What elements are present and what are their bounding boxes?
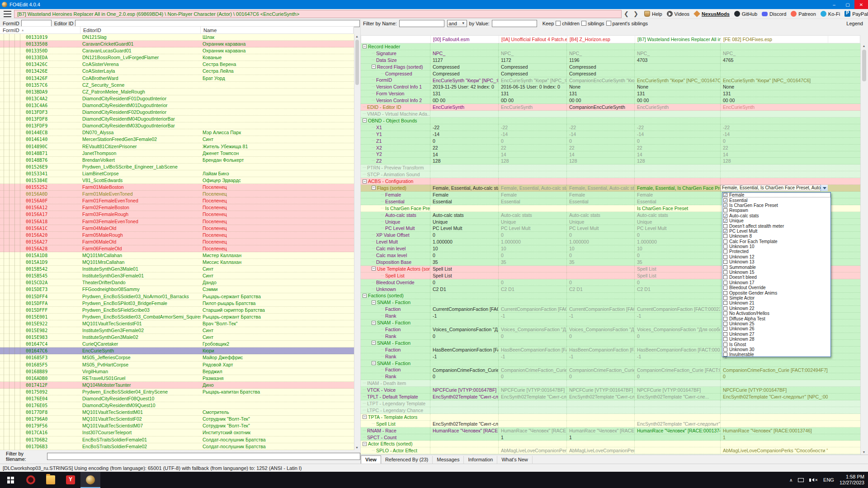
toolbar-link-videos[interactable]: Videos — [667, 11, 689, 17]
record-row[interactable]: ···SignatureNPC_NPC_NPC_NPC_NPC_ — [361, 50, 860, 57]
checkbox-icon[interactable] — [723, 327, 727, 331]
checkbox-icon[interactable]: ✓ — [723, 219, 727, 223]
tab-information[interactable]: Information — [464, 456, 497, 464]
record-row[interactable]: ···STCP - Animation Sound — [361, 171, 860, 178]
table-row[interactable]: 001357C6CZ_Security_Scene — [0, 82, 354, 89]
minimize-button[interactable]: – — [827, 0, 841, 9]
record-row[interactable]: ···Z2128128128128128 — [361, 158, 860, 164]
dropdown-button-icon[interactable] — [821, 185, 828, 191]
record-row[interactable]: ···Y21414141414 — [361, 151, 860, 158]
record-row[interactable]: ···TPLT - Default TemplateEncSynth02Temp… — [361, 394, 860, 400]
left-scrollbar[interactable]: ▲▼ — [354, 34, 359, 450]
checkbox-icon[interactable] — [723, 275, 727, 279]
back-icon[interactable]: ❮ — [622, 10, 631, 17]
toolbar-link-github[interactable]: GitHub — [734, 11, 757, 17]
record-row[interactable]: −Actor Effects (sorted) — [361, 441, 860, 447]
table-row[interactable]: 00133EDADN121BossRoom_LvlForgedFlamerКов… — [0, 54, 354, 61]
record-row[interactable]: ···VTCK - VoiceNPCFCurie [VTYP:001647BF]… — [361, 387, 860, 394]
language-indicator[interactable]: ENG — [823, 477, 834, 483]
checkbox-icon[interactable] — [723, 337, 727, 341]
toolbar-link-ko-fi[interactable]: Ko-Fi — [821, 11, 840, 17]
toolbar-link-help[interactable]: Help — [644, 11, 662, 17]
checkbox-icon[interactable] — [723, 322, 727, 326]
checkbox-icon[interactable] — [723, 260, 727, 264]
checkbox-icon[interactable] — [723, 347, 727, 352]
record-row[interactable]: ···Form Version131131131131131 — [361, 90, 860, 97]
breadcrumb[interactable]: [B7] Wasteland Heroines Replacer All in … — [14, 10, 622, 18]
table-row[interactable]: 001796A0MQ101VaultTecScientistF02Сотрудн… — [0, 416, 354, 422]
record-row[interactable]: ···LTPT - Legendary Template — [361, 400, 860, 407]
dropdown-item[interactable]: Unknown 25 — [722, 321, 830, 326]
record-row[interactable]: ···RNAM - RaceHumanRace "Человек" [RACE:… — [361, 427, 860, 434]
dropdown-item[interactable]: Calc For Each Template — [722, 239, 830, 244]
collapse-icon[interactable]: − — [372, 65, 376, 69]
table-row[interactable]: 0013BDA9CZ_PatronMelee_MaleRough — [0, 89, 354, 95]
table-row[interactable]: 00156A17Farm03FemaleRoughПоселенец — [0, 211, 354, 218]
tab-what-s-new[interactable]: What's New — [497, 456, 532, 464]
record-row[interactable]: ···EDID - Editor IDEncCurieSynthEncCurie… — [361, 104, 860, 111]
dropdown-item[interactable]: Unknown 12 — [722, 254, 830, 259]
collapse-icon[interactable]: − — [372, 300, 376, 305]
table-row[interactable]: 00144ECBDN070_AlyssaМэр Алисса Парк — [0, 129, 354, 136]
record-row[interactable]: ···SPLO - Actor EffectAbMagLiveLoveCompa… — [361, 447, 860, 454]
display-icon[interactable] — [798, 478, 804, 482]
table-row[interactable]: 0015E922MQ101VaultTecScientistF01Врач "В… — [0, 320, 354, 327]
table-row[interactable]: 0015DFFFPrydwen_EncBoSFieldScribe03Старш… — [0, 307, 354, 314]
dropdown-item[interactable]: Unknown 8 — [722, 234, 830, 239]
checkbox-icon[interactable] — [723, 306, 727, 310]
dropdown-item[interactable]: ✓Is CharGen Face Preset — [722, 203, 830, 208]
table-row[interactable]: 001685F5MS05_PvtHartCorpseРядовой Харт — [0, 361, 354, 368]
checkbox-icon[interactable] — [723, 224, 727, 228]
checkbox-icon[interactable] — [723, 343, 727, 347]
checkbox-icon[interactable]: ✓ — [723, 229, 727, 233]
record-row[interactable]: ···Spell ListEncSynth02Template "Синт-сл… — [361, 421, 860, 427]
table-row[interactable]: 00156A20Farm05MaleRoughПоселенец — [0, 232, 354, 239]
toolbar-link-discord[interactable]: Discord — [762, 11, 786, 17]
dropdown-item[interactable]: ✓Unique — [722, 218, 830, 223]
plugin-column-2[interactable]: [B4] Z_Horizon.esp — [567, 36, 635, 43]
table-row[interactable]: 0014890CREVault81CitizenPrisonerЖитель У… — [0, 143, 354, 150]
table-row[interactable]: 00175092Prydwen_EncBoSSoldier04_EntrySce… — [0, 389, 354, 395]
table-row[interactable]: 001647C4CurieQCaretakerГробовщик2 — [0, 341, 354, 347]
checkbox-icon[interactable]: ✓ — [723, 193, 727, 197]
record-row[interactable]: ···LTPC - Legendary Chance — [361, 407, 860, 414]
dropdown-item[interactable]: Diffuse Alpha Test — [722, 316, 830, 321]
table-row[interactable]: 0013426CCoASisterVerenaСестра Верена — [0, 61, 354, 68]
table-row[interactable]: 00156A27Farm06MaleOldПоселенец — [0, 239, 354, 245]
table-row[interactable]: 00168B89VirgilHumanВерджил — [0, 368, 354, 375]
tab-view[interactable]: View — [361, 455, 381, 464]
table-row[interactable]: 0015DFFAPrydwen_EncBoSPilot03_BridgeFema… — [0, 300, 354, 307]
dropdown-item[interactable]: No Activation/Hellos — [722, 311, 830, 316]
checkbox-icon[interactable] — [723, 234, 727, 238]
table-row[interactable]: 0013FDF8DiamondCityResidentM04DugoutInte… — [0, 116, 354, 122]
collapse-icon[interactable]: − — [372, 321, 376, 325]
checkbox-icon[interactable] — [723, 291, 727, 295]
record-row[interactable]: −OBND - Object Bounds — [361, 117, 860, 124]
record-row[interactable]: ···Version Control Info 12019-11-25 User… — [361, 84, 860, 90]
table-row[interactable]: 0015E982InstituteSynthGen3Female02Синт — [0, 327, 354, 334]
record-row[interactable]: −Record Header — [361, 43, 860, 50]
dropdown-item[interactable]: Respawn — [722, 208, 830, 213]
dropdown-item[interactable]: ✓Auto-calc stats — [722, 213, 830, 218]
record-row[interactable]: ···FormIDEncCurieSynth "Кюри" [NPC_:00..… — [361, 77, 860, 84]
table-row[interactable]: 00156A28Farm06FemaleOldПоселенец — [0, 245, 354, 252]
table-row[interactable]: 00179F56MQ101VaultTecScientistM07Сотрудн… — [0, 422, 354, 429]
record-row[interactable]: ···Rank00000 — [361, 373, 860, 380]
clock[interactable]: 1:58 PM 12/27/2023 — [840, 474, 864, 486]
record-row[interactable]: −Flags (sorted)Female, Essential, Auto-c… — [361, 185, 860, 192]
table-row[interactable]: 00148B76BrendanVolkertБрендан Фолькерт — [0, 157, 354, 164]
record-row[interactable]: ···Version Control Info 20D 000D 0000 00… — [361, 97, 860, 104]
checkbox-icon[interactable] — [723, 301, 727, 305]
dropdown-item[interactable]: ✓Essential — [722, 197, 830, 202]
dropdown-item[interactable]: Unknown 22 — [722, 306, 830, 311]
table-row[interactable]: 0015E983InstituteSynthGen3Male02Синт — [0, 334, 354, 341]
checkbox-icon[interactable] — [723, 255, 727, 259]
table-row[interactable]: 0015384EV81_ScottEdwardsОфицер Эдвардс — [0, 177, 354, 184]
dropdown-item[interactable]: Unknown 10 — [722, 244, 830, 249]
dropdown-item[interactable]: Opposite Gender Anims — [722, 290, 830, 295]
dropdown-item[interactable]: Protected — [722, 249, 830, 254]
collapse-icon[interactable]: − — [363, 118, 367, 122]
keep-option-siblings[interactable]: siblings — [581, 21, 604, 26]
collapse-icon[interactable]: − — [372, 361, 376, 365]
collapse-icon[interactable]: − — [363, 294, 367, 298]
